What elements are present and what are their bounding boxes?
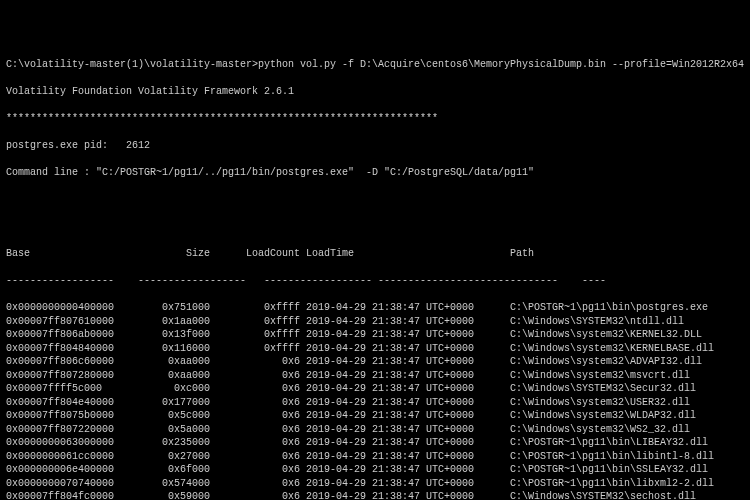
table-row: 0x00007ff804840000 0x116000 0xffff 2019-… [6,342,744,356]
table-row: 0x00007ff806ab0000 0x13f000 0xffff 2019-… [6,328,744,342]
table-row: 0x00007ff806c60000 0xaa000 0x6 2019-04-2… [6,355,744,369]
table-header-row: Base Size LoadCount LoadTime Path [6,247,744,261]
framework-banner: Volatility Foundation Volatility Framewo… [6,85,744,99]
table-row: 0x00007ff807610000 0x1aa000 0xffff 2019-… [6,315,744,329]
table-row: 0x00007ffff5c000 0xc000 0x6 2019-04-29 2… [6,382,744,396]
table-row: 0x00007ff8075b0000 0x5c000 0x6 2019-04-2… [6,409,744,423]
table-row: 0x0000000063000000 0x235000 0x6 2019-04-… [6,436,744,450]
table-row: 0x000000006e400000 0x6f000 0x6 2019-04-2… [6,463,744,477]
separator-line: ****************************************… [6,112,744,126]
command-input-line: C:\volatility-master(1)\volatility-maste… [6,58,744,72]
table-row: 0x0000000000400000 0x751000 0xffff 2019-… [6,301,744,315]
table-row: 0x00007ff804e40000 0x177000 0x6 2019-04-… [6,396,744,410]
blank-line [6,220,744,234]
table-row: 0x00007ff807220000 0x5a000 0x6 2019-04-2… [6,423,744,437]
table-row: 0x00007ff804fc0000 0x59000 0x6 2019-04-2… [6,490,744,500]
commandline-info-line: Command line : "C:/POSTGR~1/pg11/../pg11… [6,166,744,180]
table-header-underline: ------------------ ------------------ --… [6,274,744,288]
table-body: 0x0000000000400000 0x751000 0xffff 2019-… [6,301,744,500]
table-row: 0x00007ff807280000 0xaa000 0x6 2019-04-2… [6,369,744,383]
table-row: 0x0000000070740000 0x574000 0x6 2019-04-… [6,477,744,491]
process-info-line: postgres.exe pid: 2612 [6,139,744,153]
blank-line [6,193,744,207]
table-row: 0x0000000061cc0000 0x27000 0x6 2019-04-2… [6,450,744,464]
